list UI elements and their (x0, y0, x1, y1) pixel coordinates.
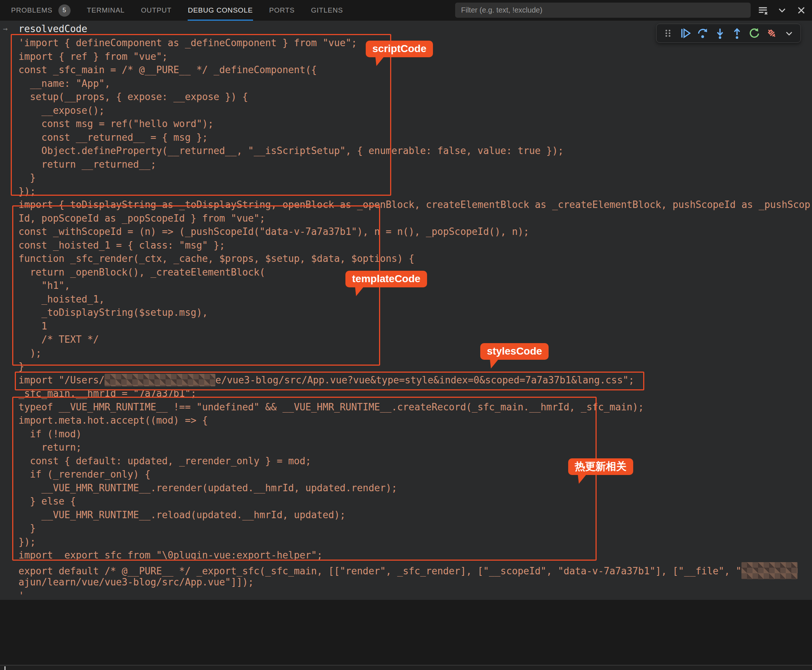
code-line: _hoisted_1, (19, 293, 812, 306)
code-line: if (!mod) (19, 427, 812, 441)
code-line: } (19, 360, 812, 374)
code-line: } else { (19, 494, 812, 508)
restart-button[interactable] (748, 27, 761, 39)
tab-problems[interactable]: PROBLEMS 5 (11, 0, 71, 21)
step-out-button[interactable] (731, 27, 743, 39)
code-line: Id, popScopeId as _popScopeId } from "vu… (19, 211, 812, 225)
code-line: return __returned__; (19, 158, 812, 171)
repl-input[interactable] (0, 666, 812, 670)
code-line: 1 (19, 320, 812, 333)
text-cursor (4, 666, 5, 670)
code-block-hmr: _sfc_main.__hmrId = "7a7a37b1";typeof __… (19, 387, 812, 562)
resolved-code-text: 'import { defineComponent as _defineComp… (19, 36, 812, 602)
redacted-file-path (741, 562, 798, 579)
template-code-label: templateCode (345, 271, 427, 288)
step-into-button[interactable] (714, 27, 726, 39)
chevron-down-icon[interactable] (776, 5, 788, 16)
export-line-pre: export default /* @__PURE__ */ _export_s… (19, 565, 741, 577)
filter-input[interactable] (455, 6, 751, 14)
code-block-tail: ajun/learn/vue/vue3-blog/src/App.vue"]])… (19, 575, 812, 602)
tab-problems-label: PROBLEMS (11, 6, 52, 14)
styles-import-pre: import "/Users/ (19, 374, 105, 386)
continue-button[interactable] (679, 27, 692, 39)
code-line: ajun/learn/vue/vue3-blog/src/App.vue"]])… (19, 575, 812, 589)
panel-action-icons (757, 0, 807, 21)
redacted-user-path (105, 374, 215, 386)
code-line: } (19, 521, 812, 535)
code-line: __name: "App", (19, 77, 812, 90)
code-line: const _sfc_main = /* @__PURE__ */ _defin… (19, 63, 812, 77)
console-filter[interactable] (455, 3, 751, 18)
script-code-label: scriptCode (366, 41, 433, 57)
tab-output[interactable]: OUTPUT (141, 0, 171, 21)
code-line: import.meta.hot.accept((mod) => { (19, 414, 812, 427)
code-line: import _export_sfc from "\0plugin-vue:ex… (19, 548, 812, 562)
code-line: }); (19, 535, 812, 549)
disconnect-button[interactable] (765, 27, 778, 39)
tab-debug-console[interactable]: DEBUG CONSOLE (188, 0, 253, 21)
code-line: _sfc_main.__hmrId = "7a7a37b1"; (19, 387, 812, 400)
code-line: const _hoisted_1 = { class: "msg" }; (19, 239, 812, 252)
tab-gitlens[interactable]: GITLENS (311, 0, 343, 21)
toolbar-drag-grip[interactable] (661, 27, 674, 39)
log-variable-name: resolvedCode (19, 22, 87, 36)
hmr-code-label: 热更新相关 (568, 459, 633, 475)
code-line: Object.defineProperty(__returned__, "__i… (19, 144, 812, 158)
styles-code-label: stylesCode (480, 343, 548, 360)
console-output: → resolvedCode 'import { defineComponent… (0, 21, 812, 600)
expand-log-arrow[interactable]: → (3, 24, 8, 33)
code-block-script: 'import { defineComponent as _defineComp… (19, 36, 812, 374)
close-icon[interactable] (796, 5, 807, 16)
code-line: typeof __VUE_HMR_RUNTIME__ !== "undefine… (19, 400, 812, 414)
code-line: setup(__props, { expose: __expose }) { (19, 90, 812, 104)
step-over-button[interactable] (696, 27, 709, 39)
code-line: function _sfc_render(_ctx, _cache, $prop… (19, 252, 812, 266)
tab-debug-console-label: DEBUG CONSOLE (188, 6, 253, 14)
tab-output-label: OUTPUT (141, 6, 171, 14)
tab-terminal[interactable]: TERMINAL (87, 0, 125, 21)
tab-terminal-label: TERMINAL (87, 6, 125, 14)
code-line: _toDisplayString($setup.msg), (19, 306, 812, 320)
code-line: __VUE_HMR_RUNTIME__.rerender(updated.__h… (19, 481, 812, 495)
code-line: const _withScopeId = (n) => (_pushScopeI… (19, 225, 812, 239)
code-line: import { toDisplayString as _toDisplaySt… (19, 198, 812, 211)
tab-ports-label: PORTS (269, 6, 295, 14)
code-line: ); (19, 347, 812, 360)
styles-import-line: import "/Users/e/vue3-blog/src/App.vue?v… (19, 374, 812, 387)
tab-gitlens-label: GITLENS (311, 6, 343, 14)
panel-tab-bar: PROBLEMS 5 TERMINAL OUTPUT DEBUG CONSOLE… (0, 0, 812, 21)
export-default-line: export default /* @__PURE__ */ _export_s… (19, 562, 812, 576)
problems-count-badge: 5 (58, 4, 71, 17)
code-line: if (_rerender_only) { (19, 468, 812, 481)
code-line: __expose(); (19, 104, 812, 117)
code-line: }); (19, 185, 812, 198)
debug-toolbar (656, 24, 801, 43)
code-line: const __returned__ = { msg }; (19, 131, 812, 144)
code-line: const msg = ref("hello word"); (19, 117, 812, 131)
tab-ports[interactable]: PORTS (269, 0, 295, 21)
clear-console-icon[interactable] (757, 5, 768, 16)
styles-import-post: e/vue3-blog/src/App.vue?vue&type=style&i… (215, 374, 634, 386)
panel-tabs: PROBLEMS 5 TERMINAL OUTPUT DEBUG CONSOLE… (0, 0, 359, 21)
code-line: const { default: updated, _rerender_only… (19, 454, 812, 468)
code-line: /* TEXT */ (19, 333, 812, 347)
code-line: return; (19, 441, 812, 454)
code-line: ' (19, 589, 812, 603)
code-line: __VUE_HMR_RUNTIME__.reload(updated.__hmr… (19, 508, 812, 522)
code-line: } (19, 171, 812, 185)
toolbar-chevron-down-icon[interactable] (783, 27, 795, 39)
